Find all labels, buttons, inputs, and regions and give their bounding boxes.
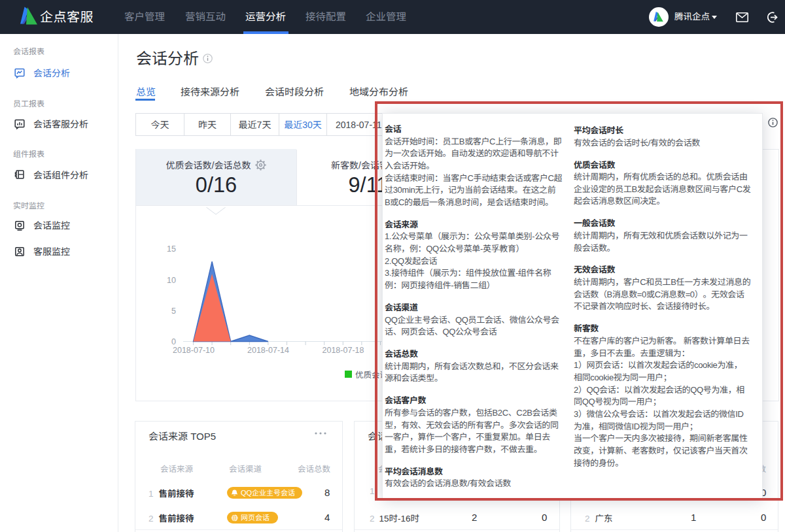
svg-text:15: 15 (167, 244, 176, 254)
svg-text:2018-07-18: 2018-07-18 (323, 346, 364, 355)
svg-text:2018-07-14: 2018-07-14 (247, 346, 289, 355)
svg-text:10: 10 (167, 276, 176, 285)
svg-text:2018-07-10: 2018-07-10 (173, 346, 215, 355)
svg-text:0: 0 (171, 337, 176, 346)
svg-text:5: 5 (171, 307, 176, 316)
